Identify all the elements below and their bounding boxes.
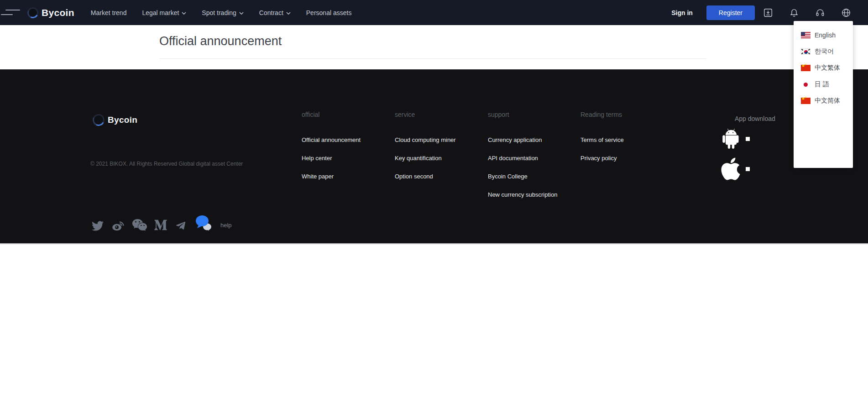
- bycoin-logo-icon: [91, 113, 106, 128]
- android-icon: [721, 127, 741, 150]
- jp-flag-icon: [801, 81, 810, 88]
- brand-logo[interactable]: Bycoin: [27, 7, 74, 18]
- nav-item-legal-market[interactable]: Legal market: [142, 9, 186, 16]
- language-label: 한국어: [815, 47, 834, 56]
- language-label: 中文简体: [815, 97, 840, 105]
- language-label: 中文繁体: [815, 64, 840, 72]
- footer-bottom-edge: [0, 243, 868, 244]
- cn-flag-icon: [801, 98, 810, 104]
- android-download[interactable]: [721, 127, 750, 150]
- main-content: Official announcement: [0, 25, 868, 69]
- navbar-actions: Sign in Register: [671, 5, 859, 20]
- footer-link[interactable]: Key quantification: [395, 155, 481, 161]
- download-app-icon[interactable]: [755, 8, 781, 18]
- main-nav: Market trend Legal market Spot trading C…: [91, 9, 352, 16]
- apple-icon: [720, 156, 741, 182]
- bycoin-logo-icon: [26, 5, 40, 19]
- footer-brand-name: Bycoin: [108, 115, 137, 125]
- chevron-down-icon: [286, 12, 291, 15]
- android-qr-placeholder: [746, 137, 750, 141]
- footer-link[interactable]: Privacy policy: [580, 155, 667, 161]
- menu-icon[interactable]: [1, 6, 22, 20]
- footer-column-heading: support: [488, 111, 575, 118]
- social-links: help: [91, 214, 232, 232]
- nav-item-spot-trading[interactable]: Spot trading: [202, 9, 244, 16]
- medium-icon[interactable]: [154, 218, 167, 232]
- nav-label: Spot trading: [202, 9, 236, 16]
- language-option-simplified-chinese[interactable]: 中文简体: [794, 93, 853, 109]
- divider: [159, 58, 706, 59]
- footer-link[interactable]: New currency subscription: [488, 191, 575, 198]
- kr-flag-icon: [801, 48, 810, 55]
- us-flag-icon: [801, 32, 810, 38]
- telegram-icon[interactable]: [174, 219, 188, 232]
- language-label: 日 語: [815, 80, 829, 89]
- app-download-label: App download: [735, 115, 775, 122]
- twitter-icon[interactable]: [91, 220, 105, 232]
- nav-label: Contract: [259, 9, 283, 16]
- top-navbar: Bycoin Market trend Legal market Spot tr…: [0, 0, 868, 25]
- language-option-japanese[interactable]: 日 語: [794, 76, 853, 93]
- footer-link[interactable]: Bycoin College: [488, 173, 575, 179]
- footer-column-heading: Reading terms: [580, 111, 667, 118]
- wechat-icon[interactable]: [132, 218, 147, 232]
- footer-column-reading-terms: Reading terms Terms of service Privacy p…: [580, 111, 667, 173]
- nav-item-market-trend[interactable]: Market trend: [91, 9, 127, 16]
- language-option-english[interactable]: English: [794, 27, 853, 43]
- weibo-icon[interactable]: [111, 219, 125, 232]
- footer-link[interactable]: Cloud computing miner: [395, 136, 481, 143]
- copyright-text: © 2021 BIKOX. All Rights Reserved Global…: [90, 161, 243, 167]
- cn-flag-icon: [801, 65, 810, 71]
- register-button[interactable]: Register: [706, 5, 755, 20]
- footer-column-service: service Cloud computing miner Key quanti…: [395, 111, 481, 191]
- footer-brand-logo[interactable]: Bycoin: [93, 114, 137, 126]
- language-option-korean[interactable]: 한국어: [794, 43, 853, 60]
- language-label: English: [815, 31, 836, 39]
- nav-label: Personal assets: [306, 9, 352, 16]
- sign-in-link[interactable]: Sign in: [671, 9, 693, 16]
- nav-label: Market trend: [91, 9, 127, 16]
- footer-link[interactable]: Option second: [395, 173, 481, 179]
- footer-column-official: official Official announcement Help cent…: [302, 111, 388, 191]
- brand-name: Bycoin: [42, 7, 74, 18]
- footer: Bycoin © 2021 BIKOX. All Rights Reserved…: [0, 69, 868, 243]
- footer-link[interactable]: API documentation: [488, 155, 575, 161]
- nav-label: Legal market: [142, 9, 179, 16]
- footer-link[interactable]: White paper: [302, 173, 388, 179]
- nav-item-contract[interactable]: Contract: [259, 9, 291, 16]
- page: Bycoin Market trend Legal market Spot tr…: [0, 0, 868, 418]
- footer-column-heading: service: [395, 111, 481, 118]
- headset-icon[interactable]: [807, 8, 833, 18]
- footer-link[interactable]: Currency application: [488, 136, 575, 143]
- bell-icon[interactable]: [781, 8, 807, 18]
- globe-icon[interactable]: [833, 8, 859, 18]
- help-chat-icon[interactable]: [194, 214, 213, 232]
- footer-column-heading: official: [302, 111, 388, 118]
- footer-column-support: support Currency application API documen…: [488, 111, 575, 209]
- ios-qr-placeholder: [746, 167, 750, 171]
- ios-download[interactable]: [720, 156, 750, 182]
- nav-item-personal-assets[interactable]: Personal assets: [306, 9, 352, 16]
- chevron-down-icon: [182, 12, 186, 15]
- footer-link[interactable]: Official announcement: [302, 136, 388, 143]
- page-title: Official announcement: [159, 34, 282, 48]
- language-menu: English 한국어 中文繁体 日 語 中文简体: [794, 21, 853, 168]
- footer-link[interactable]: Help center: [302, 155, 388, 161]
- chevron-down-icon: [239, 12, 244, 15]
- language-option-traditional-chinese[interactable]: 中文繁体: [794, 60, 853, 76]
- help-link[interactable]: help: [220, 222, 232, 232]
- footer-link[interactable]: Terms of service: [580, 136, 667, 143]
